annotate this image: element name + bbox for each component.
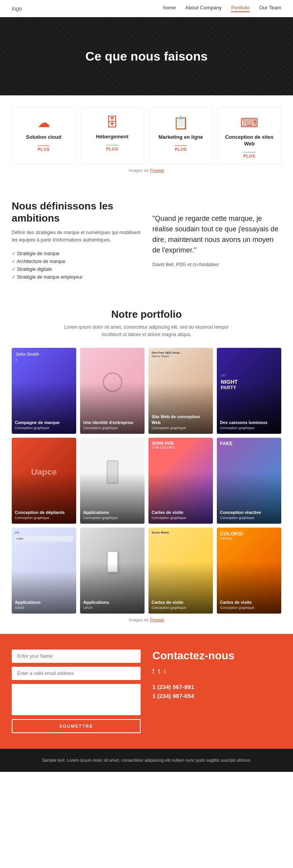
contact-right: Contactez-nous f t i 1 (234) 567-891 1 (…: [152, 650, 281, 733]
contact-form: SOUMETTRE: [12, 650, 141, 733]
portfolio-credit: Images de Freepik: [12, 614, 281, 630]
portfolio-section: Notre portfolio Lorem ipsum dolor sit am…: [0, 297, 293, 634]
hero-section: Ce que nous faisons: [0, 17, 293, 95]
list-item: Stratégie de marque: [12, 250, 141, 258]
about-body: Définir des stratégies de marque et numé…: [12, 229, 141, 244]
portfolio-item-2[interactable]: Get Free SEO Anal... Get in Touch Site W…: [148, 348, 213, 434]
portfolio-item-5[interactable]: Applications Conception graphique: [80, 438, 145, 524]
portfolio-item-3[interactable]: LET NIGHT PARTY Des caissons lumineux Co…: [217, 348, 281, 434]
services-credit: Images de Freepik: [12, 164, 281, 181]
contact-title: Contactez-nous: [152, 650, 281, 662]
email-input[interactable]: [12, 667, 141, 680]
service-plus-web[interactable]: PLUS: [243, 152, 255, 158]
service-card-cloud: ☁ Solution cloud PLUS: [12, 107, 76, 164]
logo: logo: [12, 5, 22, 12]
service-card-hosting: 🗄 Hébergement PLUS: [80, 107, 145, 164]
submit-button[interactable]: SOUMETTRE: [12, 719, 141, 733]
service-plus-cloud[interactable]: PLUS: [38, 145, 50, 152]
cloud-icon: ☁: [38, 115, 50, 130]
facebook-icon[interactable]: f: [152, 668, 154, 676]
portfolio-item-8[interactable]: UX 3.584 Applications UI/UX: [12, 528, 76, 614]
portfolio-title: Notre portfolio: [12, 308, 281, 320]
phone-1: 1 (234) 567-891: [152, 684, 281, 690]
nav-home[interactable]: home: [163, 5, 176, 12]
name-input[interactable]: [12, 650, 141, 663]
about-left: Nous définissons les ambitions Définir d…: [12, 200, 141, 281]
contact-phones: 1 (234) 567-891 1 (234) 987-654: [152, 684, 281, 699]
about-section: Nous définissons les ambitions Définir d…: [0, 184, 293, 297]
nav-about[interactable]: About Company: [185, 5, 222, 12]
message-input[interactable]: [12, 684, 141, 715]
footer: Sample text. Lorem ipsum dolor sit amet,…: [0, 749, 293, 772]
portfolio-grid: John Smith b Campagne de marque Concepti…: [12, 348, 281, 614]
nav-portfolio[interactable]: Portfolio: [231, 5, 250, 12]
instagram-icon[interactable]: i: [164, 668, 166, 676]
portfolio-freepik-link[interactable]: Freepik: [150, 617, 164, 622]
list-item: Stratégie de marque employeur: [12, 273, 141, 281]
about-heading: Nous définissons les ambitions: [12, 200, 141, 224]
portfolio-item-9[interactable]: Applications UI/UX: [80, 528, 145, 614]
service-card-marketing: 📋 Marketing en ligne PLUS: [149, 107, 213, 164]
portfolio-item-10[interactable]: Susie Marie Cartes de visite Conception …: [148, 528, 213, 614]
service-title-marketing: Marketing en ligne: [159, 134, 203, 141]
navigation: logo home About Company Portfolio Our Te…: [0, 0, 293, 17]
service-card-web: ⌨ Conception de sites Web PLUS: [218, 107, 282, 164]
list-item: Stratégie digitale: [12, 265, 141, 273]
portfolio-item-6[interactable]: JOHN DOE GAB COLORS Cartes de visite Con…: [148, 438, 213, 524]
footer-text: Sample text. Lorem ipsum dolor sit amet,…: [12, 757, 281, 764]
portfolio-item-0[interactable]: John Smith b Campagne de marque Concepti…: [12, 348, 76, 434]
service-plus-hosting[interactable]: PLUS: [106, 145, 118, 151]
hero-title: Ce que nous faisons: [86, 49, 208, 64]
portfolio-subtitle: Lorem ipsum dolor sit amet, consectetur …: [12, 324, 281, 338]
nav-team[interactable]: Our Team: [259, 5, 281, 12]
social-icons: f t i: [152, 668, 281, 676]
web-icon: ⌨: [240, 115, 258, 130]
services-section: ☁ Solution cloud PLUS 🗄 Hébergement PLUS…: [0, 95, 293, 184]
service-title-web: Conception de sites Web: [223, 134, 277, 147]
about-right: "Quand je regarde cette marque, je réali…: [152, 200, 281, 281]
portfolio-item-11[interactable]: COLORS! branding Cartes de visite Concep…: [217, 528, 281, 614]
quote-author: David Bell, PDG et co-fondateur: [152, 262, 281, 267]
nav-links: home About Company Portfolio Our Team: [163, 5, 281, 12]
services-grid: ☁ Solution cloud PLUS 🗄 Hébergement PLUS…: [12, 107, 281, 164]
phone-2: 1 (234) 987-654: [152, 693, 281, 699]
service-plus-marketing[interactable]: PLUS: [175, 145, 187, 152]
list-item: Architecture de marque: [12, 258, 141, 265]
service-title-cloud: Solution cloud: [26, 134, 61, 141]
quote-text: "Quand je regarde cette marque, je réali…: [152, 213, 281, 256]
contact-section: SOUMETTRE Contactez-nous f t i 1 (234) 5…: [0, 634, 293, 749]
portfolio-item-7[interactable]: FAKE Conception réactive Conception grap…: [217, 438, 281, 524]
twitter-icon[interactable]: t: [158, 668, 160, 676]
freepik-link[interactable]: Freepik: [150, 168, 164, 173]
server-icon: 🗄: [106, 115, 118, 130]
marketing-icon: 📋: [173, 115, 189, 130]
about-list: Stratégie de marque Architecture de marq…: [12, 250, 141, 281]
service-title-hosting: Hébergement: [96, 134, 129, 140]
portfolio-item-4[interactable]: Uapce Conception de dépliants Conception…: [12, 438, 76, 524]
portfolio-item-1[interactable]: Une identité d'entreprise Conception gra…: [80, 348, 145, 434]
